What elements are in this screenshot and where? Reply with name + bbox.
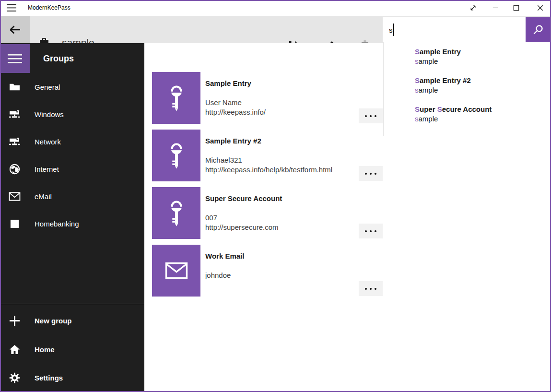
groups-header: Groups xyxy=(43,44,74,73)
maximize-icon[interactable] xyxy=(511,3,521,12)
suggestion-title: Sample Entry xyxy=(415,47,461,57)
hamburger-icon[interactable] xyxy=(7,4,16,12)
globe-icon xyxy=(8,163,21,176)
suggestion-title: Super Secure Account xyxy=(415,105,492,114)
minimize-icon[interactable] xyxy=(491,3,500,12)
envelope-icon xyxy=(8,190,21,203)
search-suggestion[interactable]: Super Secure Accountsample xyxy=(384,105,550,131)
search-suggestion[interactable]: Sample Entrysample xyxy=(384,47,550,74)
back-arrow-icon xyxy=(9,24,21,35)
sidebar-item-label: Home xyxy=(35,336,55,363)
sidebar-item-new-group[interactable]: New group xyxy=(0,307,144,334)
entry-row[interactable]: Sample Entry #2Michael321http://keepass.… xyxy=(152,130,531,181)
search-button[interactable] xyxy=(526,17,550,42)
suggestion-subtitle: sample xyxy=(415,114,438,124)
app-title: ModernKeePass xyxy=(28,0,70,16)
sidebar-item-internet[interactable]: Internet xyxy=(0,155,144,183)
sidebar-item-homebanking[interactable]: Homebanking xyxy=(0,210,144,238)
plus-icon xyxy=(8,315,21,327)
key-icon xyxy=(166,84,187,112)
key-icon xyxy=(166,142,187,169)
entry-details: Michael321http://keepass.info/help/kb/te… xyxy=(205,155,332,175)
sidebar-item-network[interactable]: Network xyxy=(0,128,144,155)
sidebar-item-label: Internet xyxy=(35,155,59,183)
sidebar-item-label: New group xyxy=(35,307,72,334)
sidebar-item-home[interactable]: Home xyxy=(0,336,144,363)
fullscreen-icon[interactable] xyxy=(468,3,478,12)
sidebar-item-label: Network xyxy=(35,128,61,155)
network-icon xyxy=(8,136,21,148)
entry-title: Super Secure Account xyxy=(205,194,282,203)
entry-detail: User Name xyxy=(205,98,266,107)
square-icon xyxy=(8,218,21,230)
home-icon xyxy=(8,343,21,356)
more-options-button[interactable] xyxy=(359,166,383,181)
search-suggestions: Sample EntrysampleSample Entry #2sampleS… xyxy=(383,42,551,136)
entry-detail: http://keepass.info/ xyxy=(205,107,266,117)
search-input[interactable]: s xyxy=(383,17,526,42)
close-icon[interactable] xyxy=(535,3,545,12)
suggestion-subtitle: sample xyxy=(415,57,438,66)
app-window: ModernKeePass sample s xyxy=(0,0,551,392)
sidebar: Groups GeneralWindowsNetworkInterneteMai… xyxy=(0,43,144,391)
entry-tile xyxy=(152,72,200,124)
entry-detail: http://keepass.info/help/kb/testform.htm… xyxy=(205,165,332,175)
sidebar-item-general[interactable]: General xyxy=(0,73,144,101)
sidebar-item-label: eMail xyxy=(35,183,52,210)
search-suggestion[interactable]: Sample Entry #2sample xyxy=(384,76,550,103)
titlebar: ModernKeePass xyxy=(0,0,551,16)
sidebar-item-email[interactable]: eMail xyxy=(0,183,144,210)
entry-details: 007http://supersecure.com xyxy=(205,213,279,232)
entry-detail: Michael321 xyxy=(205,155,332,165)
sidebar-item-label: General xyxy=(35,73,60,101)
network-icon xyxy=(8,108,21,121)
search-query: s xyxy=(389,26,393,34)
gear-icon xyxy=(8,372,21,384)
entry-tile xyxy=(152,245,200,297)
sidebar-separator xyxy=(0,304,144,304)
entry-row[interactable]: Super Secure Account007http://supersecur… xyxy=(152,187,531,239)
window-border xyxy=(0,0,1,392)
entry-title: Sample Entry xyxy=(205,79,251,88)
text-caret xyxy=(393,24,394,36)
command-bar: sample s xyxy=(0,16,551,43)
sidebar-item-label: Settings xyxy=(35,364,63,392)
more-options-button[interactable] xyxy=(359,108,383,123)
suggestion-title: Sample Entry #2 xyxy=(415,76,471,85)
sidebar-item-windows[interactable]: Windows xyxy=(0,101,144,128)
window-border xyxy=(0,0,551,1)
entry-detail: 007 xyxy=(205,213,279,223)
more-options-button[interactable] xyxy=(359,224,383,238)
sidebar-item-label: Homebanking xyxy=(35,210,79,238)
entry-detail: johndoe xyxy=(205,271,231,280)
entry-detail: http://supersecure.com xyxy=(205,223,279,232)
sidebar-item-label: Windows xyxy=(35,101,64,128)
entry-row[interactable]: Work Emailjohndoe xyxy=(152,245,531,297)
folder-icon xyxy=(8,81,21,94)
entry-title: Work Email xyxy=(205,251,244,261)
back-button[interactable] xyxy=(0,16,30,43)
entry-details: User Namehttp://keepass.info/ xyxy=(205,98,266,117)
more-options-button[interactable] xyxy=(359,281,383,296)
entry-details: johndoe xyxy=(205,271,231,280)
entry-title: Sample Entry #2 xyxy=(205,136,261,146)
entry-tile xyxy=(152,130,200,181)
nav-hamburger-button[interactable] xyxy=(0,44,30,73)
key-icon xyxy=(166,200,187,227)
entry-tile xyxy=(152,187,200,239)
mail-icon xyxy=(165,262,188,279)
suggestion-subtitle: sample xyxy=(415,85,438,95)
search-magnifier-icon xyxy=(533,24,543,35)
sidebar-item-settings[interactable]: Settings xyxy=(0,364,144,392)
